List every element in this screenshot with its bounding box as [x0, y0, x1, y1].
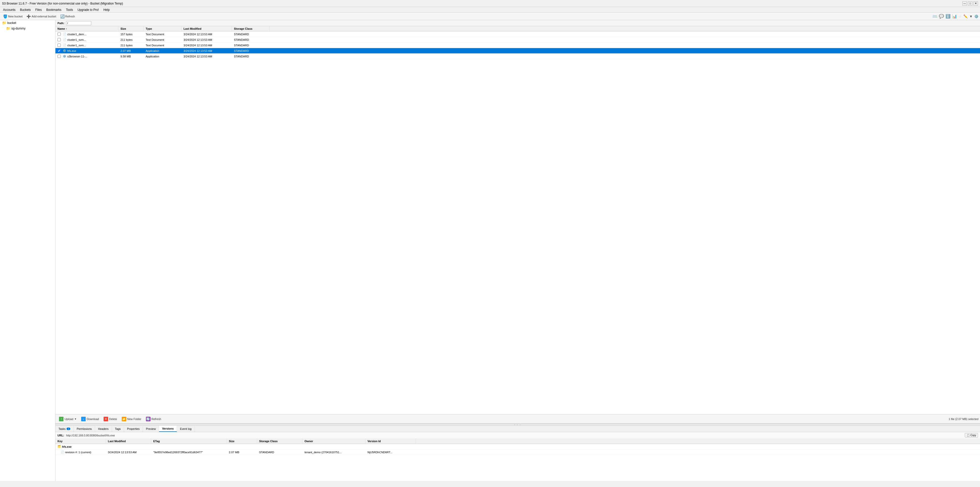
- menu-item-bookmarks[interactable]: Bookmarks: [44, 8, 63, 12]
- menu-item-accounts[interactable]: Accounts: [1, 8, 18, 12]
- tab-preview[interactable]: Preview: [143, 425, 159, 432]
- col-header-last-modified[interactable]: Last Modified: [181, 26, 232, 31]
- table-row[interactable]: 📄cluster1_dem... 157 bytes Text Document…: [56, 32, 980, 37]
- settings-icon[interactable]: ⚙️: [974, 14, 978, 18]
- col-header-name[interactable]: Name ↑: [56, 26, 118, 31]
- path-input[interactable]: [66, 21, 91, 25]
- ver-modified: 3/24/2024 12:13:53 AM: [106, 449, 151, 455]
- stats-icon[interactable]: 📊: [952, 14, 957, 19]
- file-size: 211 bytes: [118, 37, 144, 42]
- filter-icon[interactable]: ▼: [969, 14, 973, 18]
- ver-col-header-version-id: Version Id: [366, 439, 416, 444]
- ver-size: 2.07 MB: [227, 449, 257, 455]
- ver-file-icon: 🗂️: [57, 445, 61, 448]
- path-bar: Path:: [56, 20, 980, 26]
- tree-item-sg-dummy[interactable]: 📁sg-dummy: [0, 26, 55, 31]
- col-header-type[interactable]: Type: [144, 26, 181, 31]
- row-checkbox-1[interactable]: [57, 38, 61, 41]
- url-value: http://192.168.0.80:8080/bucket/hfs.exe: [66, 434, 115, 437]
- copy-url-button[interactable]: 📋 Copy: [965, 433, 978, 438]
- tab-versions[interactable]: Versions: [159, 425, 177, 432]
- file-type: Text Document: [144, 37, 181, 42]
- menu-item-help[interactable]: Help: [101, 8, 112, 12]
- tab-headers[interactable]: Headers: [95, 425, 112, 432]
- sys-icons: ⌨️ 💬 ℹ️ 📊 ☆ ✏️ ▼ ⚙️: [932, 14, 978, 19]
- col-header-size[interactable]: Size: [118, 26, 144, 31]
- chat-icon[interactable]: 💬: [939, 14, 944, 19]
- ver-owner: [302, 444, 366, 449]
- add-external-icon: ➕: [27, 14, 31, 18]
- delete-icon: ✕: [103, 417, 108, 421]
- keyboard-icon[interactable]: ⌨️: [932, 14, 937, 19]
- star-icon[interactable]: ☆: [959, 14, 962, 18]
- tabs-bar: Tasks1PermissionsHeadersTagsPropertiesPr…: [56, 425, 980, 432]
- table-row[interactable]: ⚙️s3browser-11-... 9.58 MB Application 3…: [56, 54, 980, 59]
- col-header-storage-class[interactable]: Storage Class: [232, 26, 270, 31]
- refresh-toolbar-button[interactable]: 🔄 Refresh: [59, 14, 76, 19]
- file-modified: 3/24/2024 12:13:53 AM: [181, 43, 232, 48]
- folder-icon: 📁: [2, 21, 6, 25]
- tree-item-label: sg-dummy: [11, 27, 25, 30]
- tab-event-log[interactable]: Event log: [177, 425, 195, 432]
- tree-item-label: bucket: [7, 21, 16, 25]
- new-folder-button[interactable]: 📁 New Folder: [120, 416, 143, 422]
- file-modified: 3/24/2024 12:13:53 AM: [181, 54, 232, 59]
- new-bucket-button[interactable]: 🪣 New bucket: [2, 14, 24, 19]
- table-row[interactable]: 📄cluster1_svm... 211 bytes Text Document…: [56, 37, 980, 43]
- file-icon: ⚙️: [63, 55, 66, 58]
- list-item[interactable]: 🗂️ hfs.exe: [56, 444, 980, 449]
- ver-col-header-owner: Owner: [302, 439, 366, 444]
- ver-size: [227, 444, 257, 449]
- menu-item-files[interactable]: Files: [33, 8, 44, 12]
- tab-tags[interactable]: Tags: [112, 425, 124, 432]
- add-external-bucket-button[interactable]: ➕ Add external bucket: [25, 14, 57, 19]
- path-label: Path:: [57, 22, 65, 25]
- file-storage: STANDARD: [232, 37, 270, 42]
- info-icon[interactable]: ℹ️: [945, 14, 950, 19]
- right-panel: Path: Name ↑SizeTypeLast ModifiedStorage…: [56, 20, 980, 481]
- maximize-button[interactable]: □: [968, 2, 972, 6]
- ver-file-icon: 📄: [60, 451, 64, 454]
- tab-permissions[interactable]: Permissions: [73, 425, 95, 432]
- tab-properties[interactable]: Properties: [124, 425, 143, 432]
- left-panel: 📁bucket📁sg-dummy: [0, 20, 56, 481]
- row-checkbox-0[interactable]: [57, 32, 61, 36]
- panel-divider[interactable]: • • •: [56, 424, 980, 425]
- list-item[interactable]: 📄 revision #: 1 (current) 3/24/2024 12:1…: [56, 449, 980, 455]
- delete-button[interactable]: ✕ Delete: [102, 416, 119, 422]
- tab-tasks[interactable]: Tasks1: [56, 425, 73, 432]
- url-label: URL:: [57, 434, 64, 437]
- row-checkbox-2[interactable]: [57, 44, 61, 47]
- refresh-action-icon: 🔄: [146, 417, 151, 421]
- file-storage: STANDARD: [232, 32, 270, 37]
- ver-col-header-size: Size: [227, 439, 257, 444]
- table-row[interactable]: 📄cluster1_svm... 211 bytes Text Document…: [56, 43, 980, 48]
- menu-item-upgrade-to-pro![interactable]: Upgrade to Pro!: [75, 8, 101, 12]
- ver-etag: "9e8557e98ed1269372ff0ace91d63477": [151, 449, 227, 455]
- file-size: 2.07 MB: [118, 48, 144, 53]
- title-bar: S3 Browser 11.6.7 - Free Version (for no…: [0, 0, 980, 7]
- tree-item-bucket[interactable]: 📁bucket: [0, 20, 55, 26]
- file-type: Text Document: [144, 32, 181, 37]
- pencil-icon[interactable]: ✏️: [963, 14, 968, 18]
- refresh-action-button[interactable]: 🔄 Refresh: [144, 416, 163, 422]
- window-title: S3 Browser 11.6.7 - Free Version (for no…: [2, 2, 123, 5]
- upload-button[interactable]: ↑ Upload ▼: [57, 416, 79, 422]
- file-type: Application: [144, 54, 181, 59]
- menu-item-buckets[interactable]: Buckets: [18, 8, 33, 12]
- close-button[interactable]: ✕: [974, 2, 978, 6]
- bucket-icon: 🪣: [3, 14, 7, 18]
- file-storage: STANDARD: [232, 43, 270, 48]
- download-button[interactable]: ↓ Download: [79, 416, 101, 422]
- table-row[interactable]: ⚙️hfs.exe 2.07 MB Application 3/24/2024 …: [56, 48, 980, 54]
- file-icon: 📄: [63, 44, 66, 47]
- ver-etag: [151, 444, 227, 449]
- minimize-button[interactable]: —: [963, 2, 967, 6]
- new-folder-icon: 📁: [122, 417, 126, 421]
- ver-version-id: NjU5RDhCNDItRT...: [366, 449, 416, 455]
- row-checkbox-4[interactable]: [57, 55, 61, 58]
- file-size: 157 bytes: [118, 32, 144, 37]
- menu-item-tools[interactable]: Tools: [64, 8, 75, 12]
- copy-icon: 📋: [967, 434, 970, 437]
- row-checkbox-3[interactable]: [57, 49, 61, 52]
